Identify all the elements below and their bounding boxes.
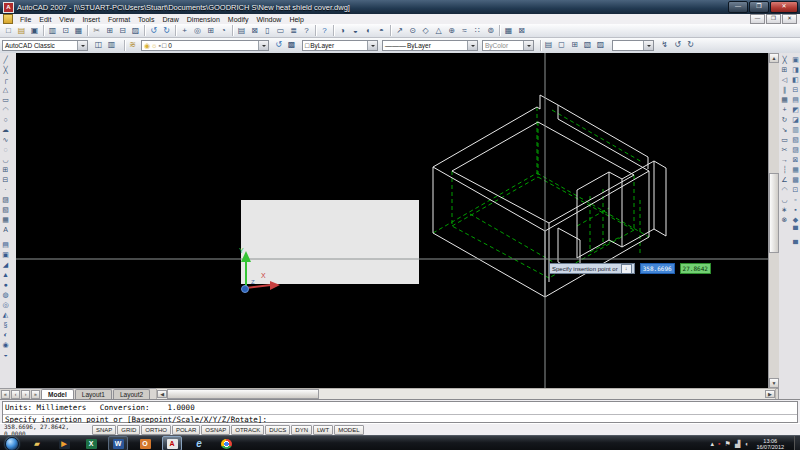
designcenter-button[interactable]: ⊠: [248, 25, 261, 37]
toggle-ortho[interactable]: ORTHO: [141, 425, 171, 435]
region-button[interactable]: ▦: [0, 214, 11, 224]
edit-array-button[interactable]: ▤: [790, 94, 800, 104]
menu-help[interactable]: Help: [285, 16, 307, 23]
point-button[interactable]: ·: [0, 184, 11, 194]
make-block-button[interactable]: ⊟: [0, 174, 11, 184]
sheet-set-button[interactable]: ▭: [274, 25, 287, 37]
construction-line-button[interactable]: ╳: [0, 64, 11, 74]
tab-nav-icon-2[interactable]: ›: [21, 390, 30, 399]
dynamic-y-field[interactable]: 27.8642: [680, 263, 711, 274]
scroll-right-icon[interactable]: ▶: [765, 390, 775, 398]
shell-button[interactable]: ◆: [790, 214, 800, 224]
mdi-minimize-button[interactable]: —: [750, 14, 765, 24]
new-button[interactable]: □: [2, 25, 15, 37]
array-button[interactable]: ▦: [779, 94, 790, 104]
menu-tools[interactable]: Tools: [134, 16, 158, 23]
toggle-polar[interactable]: POLAR: [172, 425, 200, 435]
pan-button[interactable]: +: [178, 25, 191, 37]
imprint-button[interactable]: ▫: [790, 194, 800, 204]
cut-button[interactable]: ✂: [90, 25, 103, 37]
menu-draw[interactable]: Draw: [158, 16, 182, 23]
move-button[interactable]: +: [779, 104, 790, 114]
rectangle-button[interactable]: ▭: [0, 94, 11, 104]
rotate-button[interactable]: ↻: [779, 114, 790, 124]
trim-button[interactable]: ✂: [779, 144, 790, 154]
layer-states-button[interactable]: ▩: [285, 39, 298, 51]
tool-i-button[interactable]: ▦: [502, 25, 515, 37]
extend-button[interactable]: →: [779, 154, 790, 164]
document-icon[interactable]: [3, 14, 13, 24]
wedge-button[interactable]: ◢: [0, 259, 11, 269]
insert-block-button[interactable]: ⊞: [0, 164, 11, 174]
show-desktop-button[interactable]: [794, 436, 800, 450]
tool-b-button[interactable]: ⊙: [406, 25, 419, 37]
mirror-button[interactable]: ◁: [779, 74, 790, 84]
color-face-button[interactable]: ⊡: [790, 184, 800, 194]
offset-button[interactable]: ∥: [779, 84, 790, 94]
security-icon[interactable]: ▪: [718, 440, 720, 447]
hatch-button[interactable]: ▨: [0, 194, 11, 204]
menu-format[interactable]: Format: [104, 16, 134, 23]
properties-button[interactable]: ▤: [235, 25, 248, 37]
circle-button[interactable]: ○: [0, 114, 11, 124]
box-button[interactable]: ▣: [0, 249, 11, 259]
match-properties-button[interactable]: ▨: [129, 25, 142, 37]
scale-button[interactable]: ↘: [779, 124, 790, 134]
tool-j-button[interactable]: ⊠: [515, 25, 528, 37]
scroll-down-icon[interactable]: ▼: [769, 378, 779, 388]
command-text-area[interactable]: Units: Millimeters Conversion: 1.0000 Sp…: [2, 401, 798, 423]
chevron-down-icon[interactable]: [643, 41, 653, 50]
lineweight-combo[interactable]: [612, 40, 654, 51]
sweep-button[interactable]: ◒: [0, 349, 11, 359]
action-center-flag-icon[interactable]: ⚑: [725, 440, 731, 447]
markup-button[interactable]: ≣: [287, 25, 300, 37]
layer-properties-button[interactable]: ≋: [126, 39, 139, 51]
tool-a-button[interactable]: ↗: [393, 25, 406, 37]
toggle-ducs[interactable]: DUCS: [265, 425, 290, 435]
vertical-scroll-thumb[interactable]: [769, 173, 779, 253]
menu-insert[interactable]: Insert: [78, 16, 104, 23]
pyramid-button[interactable]: ◭: [0, 309, 11, 319]
plotstyle-combo[interactable]: ByColor: [482, 40, 534, 51]
union-button[interactable]: ◩: [790, 104, 800, 114]
show-hidden-icon[interactable]: ▴: [711, 440, 715, 447]
tool-h-button[interactable]: ⊚: [484, 25, 497, 37]
copy-object-button[interactable]: ⊞: [779, 64, 790, 74]
quickcalc-button[interactable]: ?: [300, 25, 313, 37]
layer-previous-button[interactable]: ↺: [272, 39, 285, 51]
workspace-settings-button[interactable]: ◫: [92, 39, 105, 51]
fillet-button[interactable]: ◡: [779, 194, 790, 204]
dim-style-button[interactable]: ◻: [555, 39, 568, 51]
style-a-button[interactable]: ▧: [581, 39, 594, 51]
menu-edit[interactable]: Edit: [35, 16, 55, 23]
edit-hatch-button[interactable]: ◨: [790, 64, 800, 74]
table-style-button[interactable]: ⊞: [568, 39, 581, 51]
plot-preview-button[interactable]: ⊡: [59, 25, 72, 37]
revolve-button[interactable]: ◉: [0, 339, 11, 349]
draworder-button[interactable]: ▣: [790, 54, 800, 64]
tool-palettes-button[interactable]: ▯: [261, 25, 274, 37]
tool-f-button[interactable]: ≈: [458, 25, 471, 37]
sphere-button[interactable]: ●: [0, 279, 11, 289]
taskbar-excel-button[interactable]: X: [81, 436, 101, 450]
extrude-button[interactable]: ◐: [0, 329, 11, 339]
zoom-window-button[interactable]: ⊞: [204, 25, 217, 37]
edit-polyline-button[interactable]: ◧: [790, 74, 800, 84]
intersect-button[interactable]: ▥: [790, 124, 800, 134]
gradient-button[interactable]: ▧: [0, 204, 11, 214]
vertical-scrollbar[interactable]: ▲ ▼: [768, 53, 779, 388]
menu-modify[interactable]: Modify: [224, 16, 253, 23]
horizontal-scroll-thumb[interactable]: [167, 389, 319, 399]
toggle-grid[interactable]: GRID: [117, 425, 140, 435]
undo-button[interactable]: ↺: [147, 25, 160, 37]
clean-button[interactable]: ▪: [790, 204, 800, 214]
text-style-button[interactable]: ▤: [542, 39, 555, 51]
chevron-down-icon[interactable]: [77, 41, 87, 50]
volume-icon[interactable]: ◖: [744, 440, 748, 447]
chevron-down-icon[interactable]: [523, 41, 533, 50]
open-button[interactable]: ▤: [15, 25, 28, 37]
chevron-down-icon[interactable]: [467, 41, 477, 50]
extrude-face-button[interactable]: ▧: [790, 134, 800, 144]
revcloud-button[interactable]: ☁: [0, 124, 11, 134]
edit-spline-button[interactable]: ⊟: [790, 84, 800, 94]
